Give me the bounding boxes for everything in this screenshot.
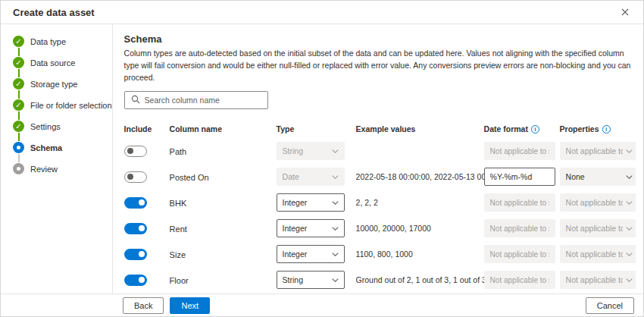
type-dropdown: String xyxy=(277,142,345,160)
back-button[interactable]: Back xyxy=(123,297,164,314)
include-toggle[interactable] xyxy=(124,249,147,260)
table-row: Floor String Ground out of 2, 1 out of 3… xyxy=(124,267,636,293)
sidebar-step-label: Data source xyxy=(30,58,75,67)
table-row: Posted On Date 2022-05-18 00:00:00, 2022… xyxy=(124,164,636,190)
properties-dropdown: Not applicable to... xyxy=(560,219,636,237)
column-name: Rent xyxy=(170,224,187,234)
step-state-icon xyxy=(13,99,24,111)
step-state-icon xyxy=(13,163,24,174)
next-button[interactable]: Next xyxy=(170,297,210,314)
dialog-footer: Back Next Cancel xyxy=(1,293,643,316)
properties-dropdown: Not applicable to... xyxy=(560,245,636,263)
close-icon xyxy=(621,7,629,18)
include-toggle[interactable] xyxy=(124,197,147,209)
sidebar-step-label: Storage type xyxy=(30,80,77,89)
sidebar-step-label: Settings xyxy=(30,122,61,131)
toggle-knob xyxy=(139,225,145,231)
sidebar-step-storage-type[interactable]: Storage type xyxy=(13,78,112,99)
dialog-title: Create data asset xyxy=(13,7,95,18)
date-format-input: Not applicable to sel... xyxy=(484,142,555,160)
chevron-down-icon xyxy=(332,175,339,179)
header-date-format: Date format xyxy=(484,124,560,133)
include-toggle[interactable] xyxy=(124,223,147,234)
sidebar-step-file-or-folder-selection[interactable]: File or folder selection xyxy=(13,99,112,121)
column-name: Posted On xyxy=(170,173,209,182)
table-row: Rent Integer 10000, 20000, 17000 Not app… xyxy=(124,215,636,241)
header-properties: Properties xyxy=(560,124,636,133)
toggle-knob xyxy=(139,277,145,283)
info-icon[interactable] xyxy=(602,125,611,133)
sidebar-step-data-source[interactable]: Data source xyxy=(13,57,112,78)
header-column-name: Column name xyxy=(170,124,277,133)
chevron-down-icon xyxy=(332,253,339,256)
include-toggle[interactable] xyxy=(124,171,147,183)
close-button[interactable] xyxy=(616,3,634,21)
search-input[interactable] xyxy=(145,96,261,105)
example-values: Ground out of 2, 1 out of 3, 1 out of 3 xyxy=(356,275,484,284)
type-dropdown[interactable]: Integer xyxy=(277,193,345,212)
example-values: 1100, 800, 1000 xyxy=(356,250,484,259)
column-name: Size xyxy=(170,250,186,259)
main-content: Schema Column types are auto-detected ba… xyxy=(113,24,643,293)
date-format-input: Not applicable to sel... xyxy=(484,271,555,289)
date-format-input: Not applicable to sel... xyxy=(484,245,555,263)
page-title: Schema xyxy=(124,33,636,45)
sidebar-step-review[interactable]: Review xyxy=(13,163,112,184)
include-toggle[interactable] xyxy=(124,275,147,286)
table-row: Path String Not applicable to sel... Not… xyxy=(124,138,636,164)
header-example-values: Example values xyxy=(356,124,484,133)
sidebar-step-schema[interactable]: Schema xyxy=(13,142,112,163)
date-format-input: Not applicable to sel... xyxy=(484,193,555,212)
step-state-icon xyxy=(13,57,24,68)
example-values: 10000, 20000, 17000 xyxy=(356,224,484,233)
chevron-down-icon xyxy=(626,175,633,179)
column-name: Floor xyxy=(170,276,189,285)
info-icon[interactable] xyxy=(531,125,539,133)
chevron-down-icon xyxy=(626,253,633,256)
properties-dropdown: Not applicable to... xyxy=(560,271,636,289)
table-header: Include Column name Type Example values … xyxy=(124,120,636,138)
step-state-icon xyxy=(13,78,24,89)
date-format-input[interactable]: %Y-%m-%d xyxy=(484,168,555,186)
properties-dropdown[interactable]: None xyxy=(560,168,636,186)
chevron-down-icon xyxy=(626,278,633,282)
properties-dropdown: Not applicable to... xyxy=(560,193,636,212)
cancel-button[interactable]: Cancel xyxy=(586,297,634,314)
step-state-icon xyxy=(13,36,24,47)
type-dropdown[interactable]: Integer xyxy=(277,245,345,263)
type-dropdown: Date xyxy=(277,168,345,186)
chevron-down-icon xyxy=(626,227,633,231)
search-box xyxy=(124,91,268,109)
chevron-down-icon xyxy=(332,227,339,231)
sidebar-step-settings[interactable]: Settings xyxy=(13,121,112,142)
include-toggle[interactable] xyxy=(124,146,147,157)
header-include: Include xyxy=(124,124,170,133)
toggle-knob xyxy=(139,199,145,206)
sidebar-step-label: Data type xyxy=(30,37,66,46)
chevron-down-icon xyxy=(332,149,339,153)
table-row: Size Integer 1100, 800, 1000 Not applica… xyxy=(124,241,636,267)
header-type: Type xyxy=(277,124,356,133)
create-data-asset-dialog: Create data asset Data type Data source … xyxy=(0,0,644,317)
type-dropdown[interactable]: String xyxy=(277,271,345,289)
step-state-icon xyxy=(13,142,24,153)
chevron-down-icon xyxy=(332,201,339,205)
sidebar-step-label: Review xyxy=(30,165,58,174)
wizard-steps: Data type Data source Storage type File … xyxy=(1,24,113,293)
toggle-knob xyxy=(127,174,133,180)
table-rows: Path String Not applicable to sel... Not… xyxy=(124,138,636,293)
toggle-knob xyxy=(139,251,145,257)
sidebar-step-label: File or folder selection xyxy=(30,101,112,110)
example-values: 2022-05-18 00:00:00, 2022-05-13 00:... xyxy=(356,172,484,181)
type-dropdown[interactable]: Integer xyxy=(277,219,345,237)
sidebar-step-data-type[interactable]: Data type xyxy=(13,36,112,57)
properties-dropdown: Not applicable to... xyxy=(560,142,636,160)
chevron-down-icon xyxy=(332,278,339,282)
dialog-header: Create data asset xyxy=(1,1,643,24)
chevron-down-icon xyxy=(626,201,633,205)
example-values: 2, 2, 2 xyxy=(356,198,484,207)
column-name: BHK xyxy=(170,199,187,208)
chevron-down-icon xyxy=(626,149,633,153)
column-name: Path xyxy=(170,147,187,156)
schema-description: Column types are auto-detected based on … xyxy=(124,48,636,83)
